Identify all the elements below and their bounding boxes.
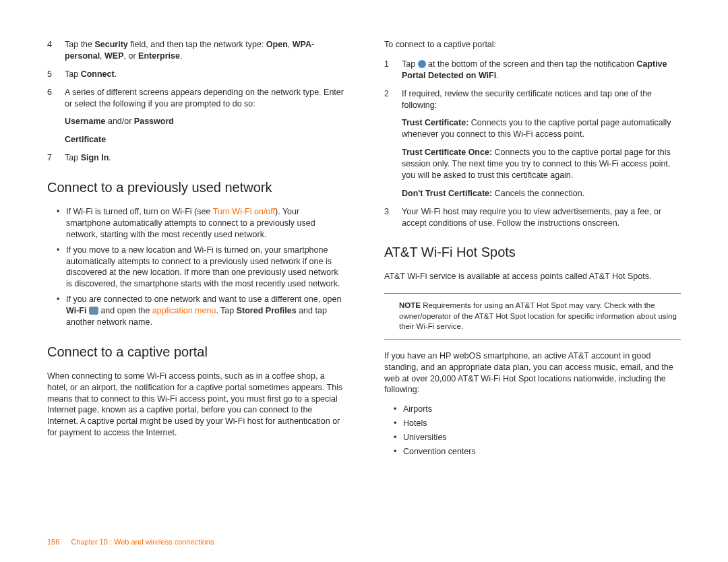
captive-steps: 1 Tap at the bottom of the screen and th… [384, 59, 681, 111]
steps-second-group: 7 Tap Sign In. [47, 152, 344, 164]
heading-captive-portal: Connect to a captive portal [47, 343, 344, 361]
step-5: 5 Tap Connect. [47, 69, 344, 80]
prev-network-list: If Wi-Fi is turned off, turn on Wi-Fi (s… [57, 206, 344, 328]
step-4: 4 Tap the Security field, and then tap t… [47, 39, 344, 62]
heading-att-hotspots: AT&T Wi-Fi Hot Spots [384, 243, 681, 261]
list-item: If you move to a new location and Wi-Fi … [57, 245, 344, 290]
step-number: 1 [384, 59, 402, 82]
step-text: Tap Connect. [65, 69, 344, 80]
captive-intro: When connecting to some Wi-Fi access poi… [47, 371, 344, 439]
chapter-title: Chapter 10 : Web and wireless connection… [71, 538, 214, 546]
substep-certificate: Certificate [65, 134, 344, 146]
att-intro: AT&T Wi-Fi service is available at acces… [384, 271, 681, 282]
list-item: Universities [394, 432, 681, 443]
captive-step-3: 3 Your Wi-Fi host may require you to vie… [384, 206, 681, 229]
heading-prev-network: Connect to a previously used network [47, 179, 344, 197]
list-item: Airports [394, 404, 681, 415]
list-item: Convention centers [394, 446, 681, 458]
right-column: To connect to a captive portal: 1 Tap at… [384, 39, 681, 464]
captive-lead: To connect to a captive portal: [384, 39, 681, 51]
step-text: Tap the Security field, and then tap the… [65, 39, 344, 62]
step-7: 7 Tap Sign In. [47, 152, 344, 164]
step-text: Tap at the bottom of the screen and then… [402, 59, 681, 82]
step-number: 5 [47, 69, 65, 80]
step-text: If required, review the security certifi… [402, 88, 681, 111]
page-content: 4 Tap the Security field, and then tap t… [0, 0, 728, 464]
list-item: If you are connected to one network and … [57, 294, 344, 328]
note-box: NOTE Requirements for using an AT&T Hot … [384, 293, 681, 340]
step-text: Tap Sign In. [65, 152, 344, 164]
att-locations: Airports Hotels Universities Convention … [394, 404, 681, 458]
step-6: 6 A series of different screens appears … [47, 87, 344, 110]
page-number: 156 [47, 538, 59, 546]
page-footer: 156 Chapter 10 : Web and wireless connec… [47, 538, 214, 546]
left-column: 4 Tap the Security field, and then tap t… [47, 39, 344, 464]
step-text: Your Wi-Fi host may require you to view … [402, 206, 681, 229]
captive-steps-cont: 3 Your Wi-Fi host may require you to vie… [384, 206, 681, 229]
step-number: 3 [384, 206, 402, 229]
captive-step-1: 1 Tap at the bottom of the screen and th… [384, 59, 681, 82]
globe-icon [418, 60, 426, 68]
step-number: 7 [47, 152, 65, 164]
list-item: Hotels [394, 418, 681, 429]
wifi-icon [89, 307, 98, 315]
steps-first-group: 4 Tap the Security field, and then tap t… [47, 39, 344, 109]
cert-option-dont-trust: Don't Trust Certificate: Cancels the con… [402, 188, 681, 199]
cert-option-trust: Trust Certificate: Connects you to the c… [402, 117, 681, 140]
step-number: 6 [47, 87, 65, 110]
step-number: 4 [47, 39, 65, 62]
att-detail: If you have an HP webOS smartphone, an a… [384, 350, 681, 396]
step-text: A series of different screens appears de… [65, 87, 344, 110]
cert-option-trust-once: Trust Certificate Once: Connects you to … [402, 147, 681, 181]
link-turn-wifi[interactable]: Turn Wi-Fi on/off [213, 207, 275, 216]
substep-username: Username and/or Password [65, 116, 344, 127]
list-item: If Wi-Fi is turned off, turn on Wi-Fi (s… [57, 206, 344, 241]
link-application-menu[interactable]: application menu [152, 306, 216, 315]
captive-step-2: 2 If required, review the security certi… [384, 88, 681, 111]
step-number: 2 [384, 88, 402, 111]
